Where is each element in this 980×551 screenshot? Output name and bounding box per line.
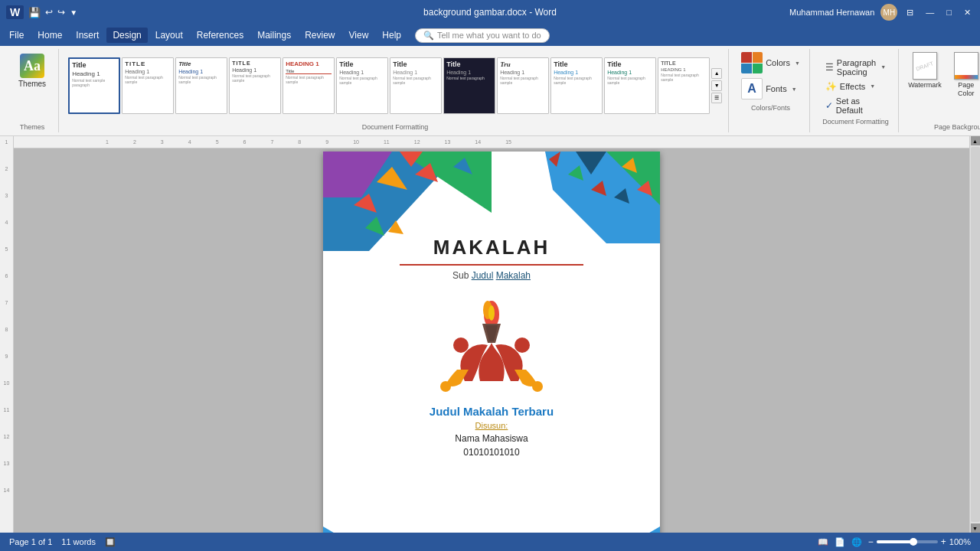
- menu-home[interactable]: Home: [31, 28, 68, 43]
- top-ruler: 123456789101112131415: [14, 136, 980, 148]
- web-layout-icon[interactable]: 🌐: [851, 537, 862, 547]
- menu-view[interactable]: View: [343, 28, 375, 43]
- paragraph-spacing-button[interactable]: ☰ Paragraph Spacing ▼: [822, 57, 889, 78]
- customize-icon[interactable]: ▼: [70, 8, 77, 17]
- restore-icon[interactable]: ⊟: [903, 8, 916, 18]
- title-bar-left: W 💾 ↩ ↪ ▼: [6, 5, 77, 19]
- doc-style-10[interactable]: Title Heading 1 Normal text paragraph sa…: [550, 57, 603, 114]
- maximize-icon[interactable]: □: [943, 8, 955, 17]
- page-nim: 01010101010: [463, 447, 519, 458]
- user-avatar[interactable]: MH: [880, 4, 897, 21]
- tell-me-bar[interactable]: 🔍 Tell me what you want to do: [415, 28, 550, 43]
- watermark-icon: DRAFT: [913, 52, 937, 80]
- page-disusun: Disusun:: [475, 421, 508, 430]
- menu-file[interactable]: File: [3, 28, 30, 43]
- menu-design[interactable]: Design: [106, 28, 147, 43]
- menu-help[interactable]: Help: [376, 28, 407, 43]
- quick-save-icon[interactable]: 💾: [28, 7, 41, 18]
- doc-style-1[interactable]: Title Heading 1 Normal text sample parag…: [68, 57, 120, 114]
- logo-svg: [438, 293, 545, 393]
- scroll-down-btn[interactable]: ▼: [971, 523, 980, 533]
- read-mode-icon[interactable]: 📖: [818, 537, 828, 547]
- colors-button[interactable]: Colors ▼: [738, 51, 803, 75]
- colors-fonts-group: Colors ▼ A Fonts ▼ Colors/Fonts: [732, 49, 810, 132]
- set-as-default-button[interactable]: ✓ Set as Default: [822, 95, 889, 116]
- document-scroll-area[interactable]: MAKALAH Sub Judul Makalah: [14, 136, 969, 533]
- fonts-button[interactable]: A Fonts ▼: [738, 77, 803, 101]
- page-color-icon: [954, 52, 978, 80]
- doc-style-2[interactable]: TITLE Heading 1 Normal text paragraph sa…: [122, 57, 174, 114]
- effects-button[interactable]: ✨ Effects ▼: [822, 80, 889, 93]
- ruler-mark: 5: [5, 246, 8, 252]
- page-color-button[interactable]: PageColor: [951, 51, 980, 99]
- bottom-decoration: [323, 504, 660, 533]
- page-bg-items: DRAFT Watermark PageColor PageBorde...: [905, 51, 980, 99]
- svg-marker-18: [637, 181, 652, 196]
- page-main-title: MAKALAH: [433, 236, 550, 259]
- page-container: MAKALAH Sub Judul Makalah: [323, 152, 660, 533]
- svg-marker-1: [323, 152, 392, 197]
- scroll-more-arrow[interactable]: ☰: [711, 93, 722, 103]
- scroll-up-arrow[interactable]: ▲: [711, 68, 722, 79]
- doc-style-3[interactable]: Title Heading 1 Normal text paragraph sa…: [175, 57, 227, 114]
- menu-review[interactable]: Review: [299, 28, 341, 43]
- zoom-bar[interactable]: [877, 540, 938, 543]
- undo-icon[interactable]: ↩: [45, 7, 53, 18]
- svg-marker-34: [568, 527, 660, 533]
- svg-marker-15: [591, 181, 606, 196]
- scroll-down-arrow[interactable]: ▼: [711, 80, 722, 91]
- menu-layout[interactable]: Layout: [149, 28, 189, 43]
- doc-styles-scroll: Title Heading 1 Normal text sample parag…: [68, 51, 722, 120]
- minimize-icon[interactable]: —: [923, 8, 937, 17]
- doc-style-6[interactable]: Title Heading 1 Normal text paragraph sa…: [336, 57, 388, 114]
- document-page[interactable]: MAKALAH Sub Judul Makalah: [323, 152, 660, 533]
- svg-marker-16: [622, 158, 637, 173]
- svg-marker-10: [545, 152, 660, 243]
- themes-group-label: Themes: [20, 123, 45, 131]
- ruler-mark: 3: [5, 193, 8, 198]
- menu-references[interactable]: References: [191, 28, 250, 43]
- svg-marker-5: [415, 163, 438, 182]
- scroll-thumb[interactable]: [971, 147, 980, 522]
- doc-style-8[interactable]: Title Heading 1 Normal text paragraph: [443, 57, 495, 114]
- ruler-mark: 6: [5, 273, 8, 279]
- doc-style-4[interactable]: TITLE Heading 1 Normal text paragraph sa…: [229, 57, 281, 114]
- zoom-out-icon[interactable]: −: [868, 536, 874, 547]
- doc-style-7[interactable]: Title Heading 1 Normal text paragraph sa…: [390, 57, 442, 114]
- word-logo-icon: W: [6, 5, 24, 19]
- zoom-in-icon[interactable]: +: [941, 536, 946, 547]
- doc-style-9[interactable]: Tru Heading 1 Normal text paragraph samp…: [497, 57, 549, 114]
- themes-label: Themes: [18, 80, 46, 88]
- menu-mailings[interactable]: Mailings: [251, 28, 297, 43]
- vertical-scrollbar[interactable]: ▲ ▼: [969, 136, 980, 533]
- ruler-mark: 10: [4, 380, 10, 386]
- watermark-label: Watermark: [908, 81, 942, 90]
- para-spacing-dropdown-icon: ▼: [880, 64, 886, 70]
- themes-button[interactable]: Aa Themes: [12, 51, 52, 91]
- close-icon[interactable]: ✕: [961, 8, 974, 18]
- svg-point-25: [514, 337, 530, 353]
- search-icon: 🔍: [423, 31, 434, 41]
- language-indicator: 🔲: [105, 537, 116, 547]
- svg-marker-17: [614, 188, 629, 204]
- print-layout-icon[interactable]: 📄: [835, 537, 845, 547]
- page-judul: Judul Makalah Terbaru: [430, 405, 554, 418]
- status-bar: Page 1 of 1 11 words 🔲 📖 📄 🌐 − + 100%: [0, 533, 980, 551]
- doc-style-5[interactable]: HEADING 1 Title Normal text paragraph sa…: [283, 57, 335, 114]
- window-title: background gambar.docx - Word: [423, 7, 557, 18]
- style-scroll-arrows: ▲ ▼ ☰: [711, 68, 722, 103]
- menu-insert[interactable]: Insert: [70, 28, 105, 43]
- colors-swatch: [741, 52, 763, 73]
- doc-area: 1 2 3 4 5 6 7 8 9 10 11 12 13 14 itkodin…: [0, 136, 980, 533]
- ruler-mark: 9: [5, 354, 8, 359]
- watermark-button[interactable]: DRAFT Watermark: [905, 51, 945, 91]
- doc-style-11[interactable]: Title Heading 1 Normal text paragraph sa…: [604, 57, 656, 114]
- redo-icon[interactable]: ↪: [57, 7, 65, 18]
- scroll-up-btn[interactable]: ▲: [971, 136, 980, 145]
- paragraph-spacing-icon: ☰: [825, 62, 834, 73]
- paragraph-spacing-label: Paragraph Spacing: [837, 58, 876, 77]
- doc-style-12[interactable]: TITLE HEADING 1 Normal text paragraph sa…: [658, 57, 710, 114]
- colors-fonts-group-label: Colors/Fonts: [738, 104, 803, 112]
- left-ruler: 1 2 3 4 5 6 7 8 9 10 11 12 13 14: [0, 136, 14, 533]
- checkmark-icon: ✓: [825, 100, 833, 111]
